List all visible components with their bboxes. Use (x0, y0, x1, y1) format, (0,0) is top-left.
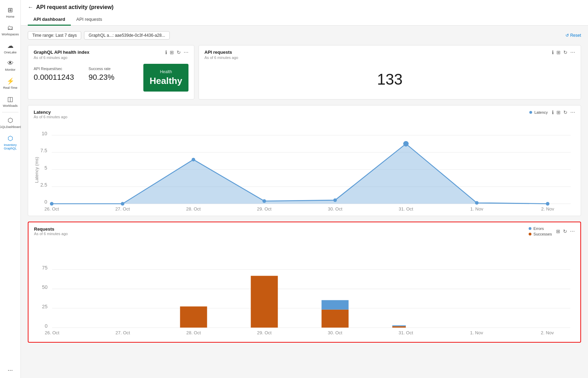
svg-marker-11 (52, 144, 571, 204)
latency-chart-actions: ℹ ⊞ ↻ ⋯ (552, 110, 575, 115)
health-index-card: GraphQL API health index As of 6 minutes… (28, 45, 194, 100)
svg-text:50: 50 (42, 284, 48, 290)
latency-chart-title-group: Latency As of 6 minutes ago (34, 110, 67, 119)
latency-chart-title: Latency (34, 110, 67, 115)
info-icon[interactable]: ℹ (165, 50, 167, 55)
grid-icon-3[interactable]: ⊞ (556, 110, 561, 115)
latency-chart-header: Latency As of 6 minutes ago Latency ℹ ⊞ … (34, 110, 575, 119)
latency-legend-label: Latency (534, 110, 548, 114)
more-icon-3[interactable]: ⋯ (570, 110, 575, 115)
sidebar-item-onelake[interactable]: ☁ OneLake (0, 39, 20, 57)
requests-chart-title: Requests (34, 226, 68, 232)
sidebar-item-gqldashboard[interactable]: ⬡ GQLDashboard (0, 114, 20, 132)
successes-legend-label: Successes (534, 232, 552, 236)
api-requests-card-header: API requests As of 6 minutes ago ℹ ⊞ ↻ ⋯ (204, 50, 575, 64)
svg-text:5: 5 (44, 165, 47, 171)
realtime-icon: ⚡ (7, 77, 14, 85)
more-icon-2[interactable]: ⋯ (570, 50, 575, 55)
svg-text:75: 75 (42, 265, 48, 270)
svg-point-18 (475, 201, 478, 205)
svg-text:26. Oct: 26. Oct (44, 206, 59, 211)
svg-text:28. Oct: 28. Oct (186, 330, 201, 335)
gql-dashboard-icon: ⬡ (8, 117, 13, 124)
workspaces-icon: 🗂 (7, 24, 14, 32)
refresh-icon[interactable]: ↻ (177, 50, 181, 55)
sidebar-label-realtime: Real-Time (3, 86, 17, 90)
svg-text:25: 25 (42, 304, 48, 309)
svg-text:2.5: 2.5 (40, 182, 47, 188)
tab-api-requests[interactable]: API requests (71, 14, 108, 26)
svg-text:10: 10 (42, 131, 47, 136)
sidebar-divider (2, 112, 18, 112)
tab-api-dashboard[interactable]: API dashboard (28, 14, 71, 26)
metric-request-rate-value: 0.00011243 (34, 73, 89, 82)
svg-text:2. Nov: 2. Nov (541, 330, 554, 335)
metric-request-rate-label: API Request/sec (34, 67, 89, 71)
svg-text:26. Oct: 26. Oct (45, 330, 59, 335)
sidebar-item-monitor[interactable]: 👁 Monitor (0, 57, 20, 75)
svg-text:31. Oct: 31. Oct (398, 330, 413, 335)
latency-svg: 0 2.5 5 7.5 10 Latency (ms) (34, 120, 575, 211)
bar-28oct-successes (180, 307, 207, 328)
sidebar-item-home[interactable]: ⊞ Home (0, 3, 20, 22)
api-requests-title: API requests (204, 50, 238, 55)
info-icon-2[interactable]: ℹ (552, 50, 554, 55)
inventory-graphql-icon: ⬡ (8, 135, 13, 142)
metric-success-rate: Success rate 90.23% (89, 64, 143, 92)
header-title-row: ← API request activity (preview) (28, 4, 581, 10)
metric-success-rate-label: Success rate (89, 67, 143, 71)
svg-text:2. Nov: 2. Nov (541, 206, 554, 211)
svg-text:1. Nov: 1. Nov (470, 330, 483, 335)
sidebar-more-button[interactable]: ... (8, 365, 13, 372)
refresh-icon-2[interactable]: ↻ (563, 50, 568, 55)
sidebar-label-monitor: Monitor (5, 68, 15, 72)
api-filter[interactable]: GraphQL a...: aae539de-0c3f-4436-a28... (84, 31, 169, 40)
time-range-filter[interactable]: Time range: Last 7 days (28, 31, 81, 40)
latency-chart-panel: Latency As of 6 minutes ago Latency ℹ ⊞ … (28, 105, 581, 216)
api-requests-value: 133 (204, 64, 575, 95)
bar-30oct-errors (321, 300, 348, 309)
svg-text:31. Oct: 31. Oct (399, 206, 413, 211)
workloads-icon: ◫ (7, 95, 13, 103)
sidebar-label-workspaces: Workspaces (2, 33, 19, 36)
bar-31oct-successes (392, 326, 406, 328)
sidebar: ⊞ Home 🗂 Workspaces ☁ OneLake 👁 Monitor … (0, 0, 21, 378)
grid-icon-4[interactable]: ⊞ (556, 229, 560, 234)
sidebar-item-workspaces[interactable]: 🗂 Workspaces (0, 22, 20, 39)
svg-text:27. Oct: 27. Oct (116, 330, 130, 335)
api-requests-card-actions: ℹ ⊞ ↻ ⋯ (552, 50, 575, 55)
grid-icon-2[interactable]: ⊞ (556, 50, 561, 55)
svg-point-14 (192, 158, 195, 161)
sidebar-item-workloads[interactable]: ◫ Workloads (0, 93, 20, 111)
filter-pills: Time range: Last 7 days GraphQL a...: aa… (28, 31, 170, 40)
grid-icon[interactable]: ⊞ (170, 50, 174, 55)
refresh-icon-3[interactable]: ↻ (563, 110, 568, 115)
home-icon: ⊞ (8, 6, 13, 14)
metric-success-rate-value: 90.23% (89, 73, 143, 82)
more-icon[interactable]: ⋯ (184, 50, 188, 55)
sidebar-item-realtime[interactable]: ⚡ Real-Time (0, 75, 20, 93)
svg-text:30. Oct: 30. Oct (328, 206, 342, 211)
svg-text:28. Oct: 28. Oct (186, 206, 201, 211)
refresh-icon-4[interactable]: ↻ (563, 229, 567, 234)
page-title: API request activity (preview) (36, 4, 114, 10)
health-badge: Health Healthy (143, 64, 188, 92)
sidebar-label-gqldashboard: GQLDashboard (0, 125, 21, 129)
api-requests-title-group: API requests As of 6 minutes ago (204, 50, 238, 64)
bar-31oct-errors (392, 325, 406, 326)
reset-label: Reset (570, 33, 581, 38)
more-icon-4[interactable]: ⋯ (570, 229, 575, 234)
content-area: Time range: Last 7 days GraphQL a...: aa… (21, 26, 588, 378)
back-button[interactable]: ← (28, 4, 33, 10)
svg-text:7.5: 7.5 (40, 148, 47, 153)
filter-bar: Time range: Last 7 days GraphQL a...: aa… (28, 31, 581, 40)
api-requests-card: API requests As of 6 minutes ago ℹ ⊞ ↻ ⋯… (199, 45, 581, 100)
sidebar-item-inventory-graphql[interactable]: ⬡ Inventory GraphQL (0, 132, 20, 154)
main-content: ← API request activity (preview) API das… (21, 0, 588, 378)
cards-row: GraphQL API health index As of 6 minutes… (28, 45, 581, 100)
bar-29oct-successes (251, 276, 278, 327)
info-icon-3[interactable]: ℹ (552, 110, 554, 115)
reset-button[interactable]: ↺ Reset (565, 33, 581, 38)
health-badge-value: Healthy (150, 76, 182, 86)
requests-chart-container: 0 25 50 75 (34, 238, 575, 338)
